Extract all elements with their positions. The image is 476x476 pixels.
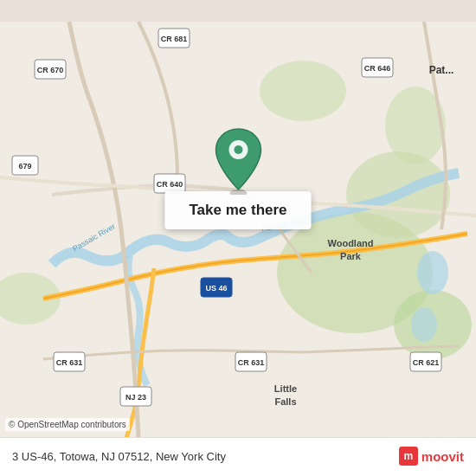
svg-text:NJ 23: NJ 23 bbox=[125, 393, 146, 402]
take-me-there-button[interactable]: Take me there bbox=[164, 191, 311, 229]
svg-text:Falls: Falls bbox=[274, 396, 296, 407]
moovit-logo: m moovit bbox=[399, 447, 464, 466]
map-container: CR 670 CR 681 CR 646 679 CR 640 US 46 Wo… bbox=[0, 0, 476, 476]
svg-text:US 46: US 46 bbox=[205, 284, 227, 293]
location-pin bbox=[208, 125, 268, 195]
bottom-bar: 3 US-46, Totowa, NJ 07512, New York City… bbox=[0, 437, 476, 476]
svg-text:CR 646: CR 646 bbox=[364, 64, 391, 73]
svg-point-8 bbox=[411, 307, 437, 342]
svg-point-38 bbox=[234, 145, 242, 154]
svg-text:CR 670: CR 670 bbox=[37, 66, 64, 74]
svg-text:Pat...: Pat... bbox=[429, 64, 454, 76]
osm-attribution: © OpenStreetMap contributors bbox=[5, 418, 130, 431]
map-background: CR 670 CR 681 CR 646 679 CR 640 US 46 Wo… bbox=[0, 0, 476, 476]
moovit-icon: m bbox=[399, 447, 418, 466]
svg-text:679: 679 bbox=[18, 162, 31, 170]
svg-text:CR 631: CR 631 bbox=[56, 358, 83, 367]
svg-text:Little: Little bbox=[274, 383, 297, 394]
svg-text:m: m bbox=[403, 450, 413, 462]
svg-text:Woodland: Woodland bbox=[328, 238, 374, 248]
svg-text:CR 631: CR 631 bbox=[238, 358, 265, 367]
cta-overlay: Take me there bbox=[164, 125, 311, 229]
address-label: 3 US-46, Totowa, NJ 07512, New York City bbox=[12, 450, 399, 463]
svg-text:CR 681: CR 681 bbox=[161, 35, 188, 43]
svg-text:Park: Park bbox=[340, 251, 362, 261]
svg-point-5 bbox=[260, 61, 346, 121]
svg-text:CR 621: CR 621 bbox=[413, 358, 440, 367]
moovit-brand-name: moovit bbox=[421, 449, 464, 464]
svg-point-7 bbox=[417, 251, 448, 294]
